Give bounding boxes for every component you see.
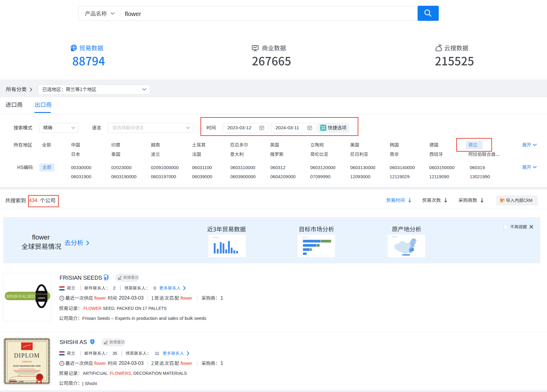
- svg-text:Eesti Gasellettevõte 2016: Eesti Gasellettevõte 2016: [13, 365, 41, 367]
- svg-text:DIPLOM: DIPLOM: [14, 352, 40, 359]
- svg-text:FLOWER BLEND: FLOWER BLEND: [35, 293, 47, 295]
- svg-text:EXPERTS: EXPERTS: [38, 297, 45, 299]
- svg-text:SUPPLIER OF ALL SEEDS: SUPPLIER OF ALL SEEDS: [6, 294, 35, 299]
- svg-text:SHISHI AS: SHISHI AS: [22, 361, 32, 363]
- svg-text:LHV: LHV: [19, 380, 24, 383]
